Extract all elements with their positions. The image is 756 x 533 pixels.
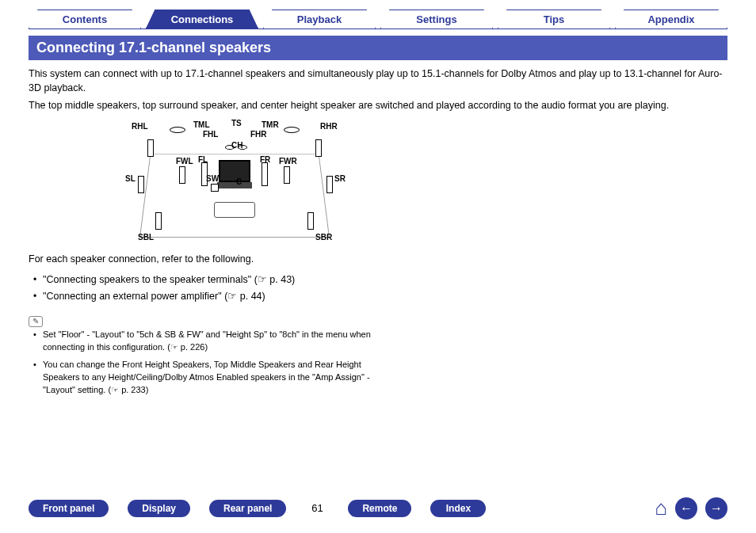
label-fl: FL [198, 155, 208, 164]
tv-icon [219, 160, 250, 182]
tab-tips[interactable]: Tips [498, 10, 610, 29]
tab-playback[interactable]: Playback [263, 10, 376, 29]
label-tmr: TMR [262, 120, 279, 129]
label-sbl: SBL [138, 233, 154, 242]
note-amp-assign: You can change the Front Height Speakers… [43, 360, 370, 394]
label-sbr: SBR [315, 233, 332, 242]
label-rhl: RHL [132, 122, 148, 131]
home-icon[interactable]: ⌂ [655, 496, 667, 520]
label-fwr: FWR [279, 157, 297, 166]
pencil-icon: ✎ [29, 316, 43, 327]
label-rhr: RHR [320, 122, 338, 131]
sofa-icon [214, 202, 255, 218]
tab-settings[interactable]: Settings [380, 10, 493, 29]
note-floor-layout: Set "Floor" - "Layout" to "5ch & SB & FW… [43, 329, 371, 352]
label-tml: TML [193, 120, 210, 129]
prev-page-button[interactable]: ← [675, 497, 697, 520]
label-c: C [236, 177, 242, 186]
ref-link-external-amp[interactable]: "Connecting an external power amplifier"… [43, 291, 265, 302]
label-fhl: FHL [203, 130, 218, 139]
top-nav: Contents Connections Playback Settings T… [29, 10, 727, 29]
note-list: Set "Floor" - "Layout" to "5ch & SB & FW… [32, 329, 396, 397]
remote-button[interactable]: Remote [348, 500, 411, 517]
tab-appendix[interactable]: Appendix [615, 10, 727, 29]
intro-paragraph-1: This system can connect with up to 17.1-… [29, 67, 727, 95]
label-fhr: FHR [250, 130, 267, 139]
section-title: Connecting 17.1-channel speakers [29, 36, 727, 60]
label-fwl: FWL [176, 157, 193, 166]
tab-contents[interactable]: Contents [29, 10, 141, 29]
index-button[interactable]: Index [430, 500, 486, 517]
label-fr: FR [260, 155, 270, 164]
footer-nav: Front panel Display Rear panel 61 Remote… [0, 496, 756, 520]
next-page-button[interactable]: → [705, 497, 727, 520]
front-panel-button[interactable]: Front panel [29, 500, 109, 517]
label-ch: CH [231, 141, 242, 150]
label-ts: TS [231, 119, 242, 128]
speaker-layout-diagram: RHL TML TS TMR RHR FHL FHR CH FWL FL FR … [100, 119, 369, 246]
page-number: 61 [305, 502, 329, 514]
tab-connections[interactable]: Connections [146, 10, 258, 29]
intro-paragraph-2: The top middle speakers, top surround sp… [29, 98, 727, 112]
label-sw: SW [206, 174, 219, 183]
rear-panel-button[interactable]: Rear panel [209, 500, 286, 517]
ref-list: "Connecting speakers to the speaker term… [32, 272, 727, 306]
ref-link-speaker-terminals[interactable]: "Connecting speakers to the speaker term… [43, 274, 295, 285]
ref-intro: For each speaker connection, refer to th… [29, 252, 727, 266]
display-button[interactable]: Display [128, 500, 190, 517]
label-sl: SL [125, 174, 136, 183]
label-sr: SR [334, 174, 346, 183]
